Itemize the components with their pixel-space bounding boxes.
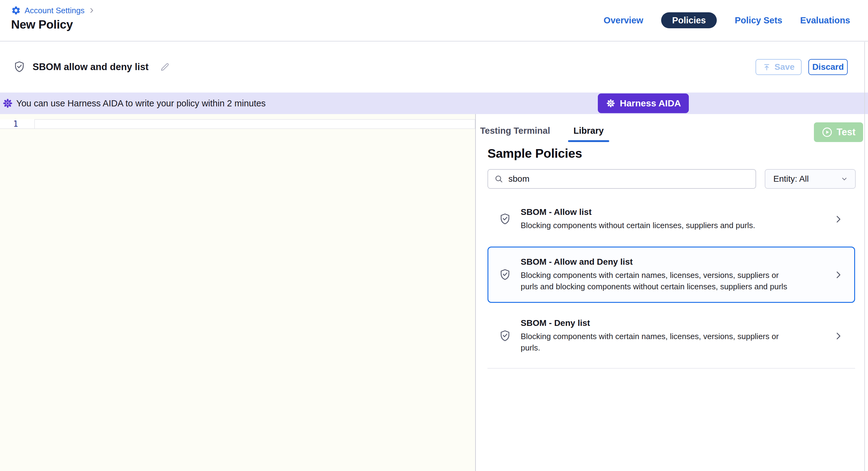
scrollbar-track[interactable] [864, 42, 865, 471]
list-divider [488, 368, 855, 369]
test-button[interactable]: Test [814, 122, 863, 142]
policy-name: SBOM allow and deny list [33, 61, 149, 72]
policy-card-sbom-deny-list[interactable]: SBOM - Deny list Blocking components wit… [488, 313, 855, 359]
policy-toolbar: SBOM allow and deny list Save Discard [0, 41, 868, 92]
page-header: Account Settings New Policy Overview Pol… [0, 0, 868, 41]
harness-aida-button[interactable]: Harness AIDA [598, 93, 689, 113]
entity-filter-value: Entity: All [773, 174, 809, 184]
policy-code-editor[interactable]: 1 [0, 114, 476, 471]
editor-line-number: 1 [0, 119, 34, 129]
save-button-label: Save [775, 62, 795, 72]
policy-card-description: Blocking components without certain lice… [521, 220, 797, 231]
harness-aida-button-label: Harness AIDA [620, 98, 681, 109]
test-button-label: Test [837, 127, 856, 138]
policy-shield-icon [499, 213, 511, 226]
right-panel: Testing Terminal Library Test Sample Pol… [476, 114, 868, 471]
sample-policies-heading: Sample Policies [488, 146, 868, 161]
chevron-down-icon [840, 175, 848, 183]
nav-tab-overview[interactable]: Overview [604, 16, 643, 26]
breadcrumb: Account Settings [11, 5, 95, 16]
editor-current-line[interactable] [34, 119, 475, 129]
page: Account Settings New Policy Overview Pol… [0, 0, 868, 471]
policy-card-description: Blocking components with certain names, … [521, 270, 797, 292]
aida-banner-message: You can use Harness AIDA to write your p… [16, 98, 266, 109]
nav-tab-evaluations[interactable]: Evaluations [800, 16, 850, 26]
page-title: New Policy [11, 18, 73, 31]
aida-banner: You can use Harness AIDA to write your p… [0, 92, 868, 114]
top-nav: Overview Policies Policy Sets Evaluation… [604, 12, 850, 28]
chevron-right-icon[interactable] [834, 330, 843, 342]
save-upload-icon [763, 63, 771, 71]
settings-gear-icon [11, 5, 21, 16]
edit-policy-name-icon[interactable] [159, 62, 170, 72]
discard-button-label: Discard [812, 62, 844, 72]
chevron-right-icon[interactable] [834, 269, 843, 281]
policy-card-title: SBOM - Deny list [521, 318, 828, 328]
policy-list: SBOM - Allow list Blocking components wi… [488, 202, 855, 369]
breadcrumb-chevron-icon [88, 7, 95, 14]
policy-card-sbom-allow-list[interactable]: SBOM - Allow list Blocking components wi… [488, 202, 855, 237]
breadcrumb-link-account-settings[interactable]: Account Settings [25, 6, 85, 16]
policy-card-text: SBOM - Allow and Deny list Blocking comp… [521, 257, 828, 292]
policy-shield-icon [499, 268, 511, 281]
tab-library[interactable]: Library [574, 126, 604, 137]
aida-sparkle-icon-white [606, 98, 616, 108]
policy-card-title: SBOM - Allow and Deny list [521, 257, 828, 267]
entity-filter-dropdown[interactable]: Entity: All [765, 169, 856, 189]
policy-card-title: SBOM - Allow list [521, 207, 828, 217]
search-box[interactable] [488, 169, 756, 189]
editor-line-1[interactable]: 1 [0, 119, 475, 129]
aida-sparkle-icon [2, 98, 13, 109]
toolbar-actions: Save Discard [755, 59, 848, 75]
search-input[interactable] [508, 174, 750, 184]
policy-name-group: SBOM allow and deny list [13, 61, 170, 73]
save-button[interactable]: Save [755, 59, 802, 75]
policy-shield-icon [13, 61, 25, 73]
policy-card-sbom-allow-and-deny-list[interactable]: SBOM - Allow and Deny list Blocking comp… [488, 246, 855, 303]
tab-testing-terminal[interactable]: Testing Terminal [480, 126, 550, 137]
policy-card-text: SBOM - Allow list Blocking components wi… [521, 207, 828, 231]
policy-card-description: Blocking components with certain names, … [521, 331, 797, 354]
main-content: 1 Testing Terminal Library Test Sample P… [0, 114, 868, 471]
chevron-right-icon[interactable] [834, 214, 843, 225]
policy-shield-icon [499, 330, 511, 343]
filters-row: Entity: All [488, 169, 856, 189]
search-icon [494, 174, 503, 183]
panel-tabs: Testing Terminal Library [480, 126, 868, 137]
play-circle-icon [822, 127, 833, 138]
discard-button[interactable]: Discard [808, 59, 848, 75]
nav-tab-policies[interactable]: Policies [661, 12, 717, 28]
policy-card-text: SBOM - Deny list Blocking components wit… [521, 318, 828, 354]
nav-tab-policy-sets[interactable]: Policy Sets [735, 16, 782, 26]
